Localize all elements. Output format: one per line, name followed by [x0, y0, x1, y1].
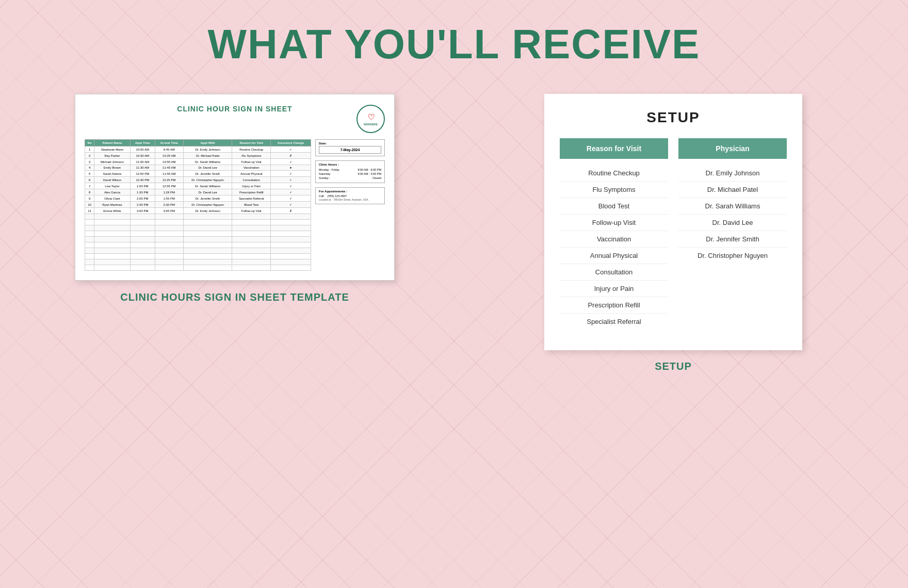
cell-name: Sarah Adams	[94, 171, 131, 177]
empty-cell	[271, 254, 311, 259]
empty-cell	[130, 214, 155, 220]
table-row: 8Alex Garcia1:30 PM1:28 PMDr. David LeeP…	[85, 189, 311, 195]
setup-container: SETUP Reason for Visit Routine CheckupFl…	[544, 94, 802, 350]
cell-arrival: 1:55 PM	[155, 195, 183, 202]
cell-appt: 3:00 PM	[130, 208, 155, 214]
left-card: CLINIC HOUR SIGN IN SHEET ♡ WARDIERE	[31, 94, 439, 303]
clinic-hours-title: Clinic Hours :	[319, 163, 381, 166]
empty-cell	[130, 225, 155, 231]
cell-no: 1	[85, 146, 94, 153]
call-number: (555) 123-4567	[328, 194, 347, 198]
appt-for-label: For Appointments :	[319, 190, 381, 193]
logo-heart-icon: ♡	[367, 112, 375, 122]
cell-with: Dr. David Lee	[183, 189, 232, 195]
reasons-list: Routine CheckupFlu SymptomsBlood TestFol…	[560, 165, 668, 330]
cell-with: Dr. Michael Patel	[183, 153, 232, 159]
empty-cell	[183, 242, 232, 248]
hours-row: Saturday:9:00 AM - 3:00 PM	[319, 172, 381, 175]
table-row-empty	[85, 220, 311, 225]
empty-cell	[85, 220, 94, 225]
empty-cell	[155, 225, 183, 231]
table-row: 5Sarah Adams12:00 PM11:55 AMDr. Jennifer…	[85, 171, 311, 177]
empty-cell	[130, 220, 155, 225]
table-row: 1Stephanie Mann10:00 AM9:45 AMDr. Emily …	[85, 146, 311, 153]
empty-cell	[130, 237, 155, 242]
right-info-panel: Date: 7-May-2024 Clinic Hours : Monday -…	[315, 139, 385, 275]
physician-item: Dr. Jennifer Smith	[678, 231, 787, 248]
table-row: 9Olivia Clark2:00 PM1:55 PMDr. Jennifer …	[85, 195, 311, 202]
empty-cell	[232, 237, 271, 242]
cell-insurance: ✓	[271, 183, 311, 189]
empty-cell	[94, 214, 131, 220]
address-value: 789 Elm Street, Anytown, USA	[333, 198, 368, 201]
empty-cell	[232, 242, 271, 248]
logo-circle: ♡ WARDIERE	[356, 105, 385, 133]
empty-cell	[94, 231, 131, 237]
setup-col-reasons: Reason for Visit Routine CheckupFlu Symp…	[560, 138, 668, 330]
empty-cell	[85, 214, 94, 220]
col-arrival-time: Arrival Time	[155, 140, 183, 146]
cell-appt: 2:00 PM	[130, 195, 155, 202]
empty-cell	[183, 231, 232, 237]
cell-name: Ray Parker	[94, 153, 131, 159]
physicians-list: Dr. Emily JohnsonDr. Michael PatelDr. Sa…	[678, 165, 787, 264]
setup-col-physicians: Physician Dr. Emily JohnsonDr. Michael P…	[678, 138, 787, 330]
empty-cell	[232, 231, 271, 237]
empty-cell	[94, 225, 131, 231]
table-row: 3Michael Johnson11:00 AM10:55 AMDr. Sara…	[85, 159, 311, 165]
empty-cell	[155, 237, 183, 242]
empty-cell	[232, 259, 271, 265]
table-row-empty	[85, 242, 311, 248]
cell-name: Emily Brown	[94, 165, 131, 171]
hours-time: 8:00 AM - 6:00 PM	[358, 168, 381, 171]
address-label: Located at:	[319, 198, 332, 201]
hours-time: 9:00 AM - 3:00 PM	[358, 172, 381, 175]
cell-name: David Wilson	[94, 177, 131, 183]
cell-insurance: ✓	[271, 159, 311, 165]
cell-no: 11	[85, 208, 94, 214]
empty-cell	[85, 231, 94, 237]
physician-item: Dr. Michael Patel	[678, 182, 787, 198]
main-title: WHAT YOU'LL RECEIVE	[208, 21, 701, 68]
hours-list: Monday - Friday8:00 AM - 6:00 PMSaturday…	[319, 168, 381, 179]
cell-with: Dr. Sarah Williams	[183, 183, 232, 189]
col-appt-with: Appt With	[183, 140, 232, 146]
empty-cell	[155, 254, 183, 259]
col-patient-name: Patient Name	[94, 140, 131, 146]
col-no: No	[85, 140, 94, 146]
date-box: Date: 7-May-2024	[315, 139, 385, 156]
cell-name: Alex Garcia	[94, 189, 131, 195]
cell-reason: Routine Checkup	[232, 146, 271, 153]
cell-no: 6	[85, 177, 94, 183]
empty-cell	[130, 254, 155, 259]
empty-cell	[94, 248, 131, 254]
right-card: SETUP Reason for Visit Routine CheckupFl…	[469, 94, 877, 372]
cell-insurance: ✗	[271, 208, 311, 214]
empty-cell	[232, 248, 271, 254]
cell-appt: 1:30 PM	[130, 189, 155, 195]
call-label: Call:	[319, 194, 325, 198]
empty-cell	[85, 254, 94, 259]
empty-cell	[94, 242, 131, 248]
empty-cell	[130, 248, 155, 254]
cell-reason: Vaccination	[232, 165, 271, 171]
cell-name: Stephanie Mann	[94, 146, 131, 153]
table-row: 7Lisa Taylor1:00 PM12:55 PMDr. Sarah Wil…	[85, 183, 311, 189]
reason-item: Flu Symptoms	[560, 182, 668, 198]
empty-cell	[271, 225, 311, 231]
cell-no: 3	[85, 159, 94, 165]
cell-arrival: 3:05 PM	[155, 208, 183, 214]
empty-cell	[232, 220, 271, 225]
cell-with: Dr. Emily Johnson	[183, 208, 232, 214]
empty-cell	[271, 237, 311, 242]
cards-row: CLINIC HOUR SIGN IN SHEET ♡ WARDIERE	[31, 94, 877, 372]
cell-no: 7	[85, 183, 94, 189]
date-label: Date:	[319, 142, 381, 145]
empty-cell	[94, 265, 131, 271]
col-appt-time: Appt Time	[130, 140, 155, 146]
cell-reason: Follow-up Visit	[232, 208, 271, 214]
cell-no: 9	[85, 195, 94, 202]
cell-name: Michael Johnson	[94, 159, 131, 165]
empty-cell	[183, 259, 232, 265]
cell-name: Ryan Martinez	[94, 202, 131, 208]
